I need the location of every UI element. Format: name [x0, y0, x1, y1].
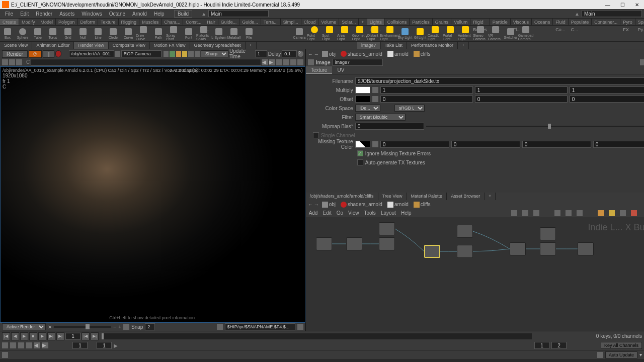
shelf-tab[interactable]: Rigging: [119, 19, 140, 25]
nav-icon[interactable]: ▶: [269, 59, 275, 65]
render-path-input[interactable]: [69, 50, 114, 57]
view-icon[interactable]: [16, 59, 22, 65]
key-all-button[interactable]: Key All Channels: [601, 342, 642, 349]
shelf-tab[interactable]: Create: [0, 19, 19, 25]
node[interactable]: [510, 242, 526, 255]
add-tab-button[interactable]: +: [246, 42, 257, 49]
node-menu-view[interactable]: View: [348, 210, 359, 216]
colorpicker-icon[interactable]: [372, 96, 378, 102]
tool-vrcam[interactable]: VR Camera: [488, 26, 503, 41]
pane-tab[interactable]: Performance Monitor: [407, 42, 458, 49]
play-back-button[interactable]: ▶: [20, 332, 28, 340]
tool-platonic[interactable]: Platonic Solids: [196, 26, 211, 41]
shelf-tab[interactable]: Fluid Co...: [553, 19, 569, 25]
offset-g-input[interactable]: [475, 96, 568, 103]
pane-tab[interactable]: Render View: [74, 42, 108, 49]
shelf-tab[interactable]: Modify: [19, 19, 38, 25]
restart-render-button[interactable]: ⟳: [29, 50, 42, 58]
shelf-tab[interactable]: Rigid Bodies: [470, 19, 490, 25]
missing-swatch[interactable]: [355, 141, 370, 148]
tool-gilight[interactable]: GI Light: [413, 26, 428, 41]
range-start-input[interactable]: [534, 342, 549, 349]
reset-icon[interactable]: [290, 59, 296, 65]
node-path-tab[interactable]: /obj/shaders_arnold/arnold/cliffs: [306, 193, 378, 200]
tool-sphere[interactable]: Sphere: [15, 26, 30, 41]
shelf-tab[interactable]: Particle Fl...: [490, 19, 511, 25]
multiply-swatch[interactable]: [355, 86, 370, 94]
filter-select[interactable]: Smart Bicubic: [355, 114, 406, 121]
camera-input[interactable]: [121, 50, 162, 57]
next-frame-button[interactable]: ▶|: [47, 332, 55, 340]
end-frame-input[interactable]: [97, 342, 112, 349]
tool-null[interactable]: Null: [75, 26, 91, 41]
forward-button[interactable]: →: [314, 202, 319, 207]
tool-pointlight[interactable]: Point Light: [307, 26, 322, 41]
add-tab-button[interactable]: +: [458, 42, 469, 49]
tool-skylight[interactable]: Sky Light: [397, 26, 413, 41]
disk-icon[interactable]: [217, 324, 223, 330]
node-menu-add[interactable]: Add: [309, 210, 318, 216]
node-selected[interactable]: [424, 245, 440, 258]
shelf-tab[interactable]: Simpl...: [281, 19, 301, 25]
shelf-tab[interactable]: Deform: [78, 19, 99, 25]
pane-tab[interactable]: Composite View: [109, 42, 150, 49]
layout-icon[interactable]: [566, 210, 572, 216]
snap-input[interactable]: [145, 323, 155, 330]
dropdown-icon[interactable]: ▾: [639, 352, 642, 357]
desktop-input-2[interactable]: [582, 10, 642, 17]
missing-g-input[interactable]: [451, 141, 520, 148]
pane-tab[interactable]: image7: [357, 42, 381, 49]
nav-icon[interactable]: ◀: [262, 59, 268, 65]
color-icon[interactable]: [609, 210, 615, 216]
pane-tab[interactable]: Geometry Spreadsheet: [190, 42, 246, 49]
prev-key-button[interactable]: |◀: [82, 332, 90, 340]
key-icon[interactable]: [18, 342, 24, 348]
offset-b-input[interactable]: [570, 96, 644, 103]
render-button[interactable]: Render: [2, 50, 28, 58]
gear-icon[interactable]: [640, 59, 644, 65]
minimize-button[interactable]: —: [602, 2, 613, 8]
tool-causticlight[interactable]: Caustic Light: [428, 26, 443, 41]
component-input[interactable]: [31, 59, 261, 66]
nav-icon[interactable]: ▶: [42, 342, 48, 348]
first-frame-button[interactable]: |◀: [2, 332, 10, 340]
shelf-tab[interactable]: Terra...: [261, 19, 281, 25]
node-tab[interactable]: Tree View: [378, 193, 407, 200]
fit-icon[interactable]: [283, 59, 289, 65]
node-menu-tools[interactable]: Tools: [364, 210, 376, 216]
color-icon[interactable]: [598, 210, 604, 216]
node[interactable]: [316, 237, 332, 250]
node-menu-go[interactable]: Go: [337, 210, 343, 216]
pin-icon[interactable]: [182, 51, 187, 57]
menu-arnold[interactable]: Arnold: [129, 11, 150, 17]
bc-arnold[interactable]: arnold: [385, 202, 411, 208]
snapshot-path-input[interactable]: [225, 323, 295, 330]
stop-render-button[interactable]: [55, 50, 61, 57]
tool-arealight[interactable]: Area Light: [337, 26, 352, 41]
bc-shaders[interactable]: shaders_arnold: [339, 51, 384, 57]
menu-render[interactable]: Render: [33, 11, 55, 17]
shelf-tab[interactable]: Collisions: [385, 19, 410, 25]
layout-icon[interactable]: [577, 210, 583, 216]
back-button[interactable]: ←: [308, 202, 313, 207]
shelf-tab[interactable]: Container...: [592, 19, 620, 25]
node-canvas[interactable]: Indie L... X Builder: [306, 217, 644, 331]
multiply-g-input[interactable]: [475, 86, 568, 94]
stop-button[interactable]: ■: [29, 332, 37, 340]
help-icon[interactable]: ?: [298, 51, 303, 57]
mipmap-slider[interactable]: [426, 126, 644, 127]
active-render-select[interactable]: Active Render: [2, 323, 46, 330]
prev-frame-button[interactable]: ◀: [11, 332, 19, 340]
node[interactable]: [457, 245, 473, 258]
shelf-tab[interactable]: Populate C...: [569, 19, 592, 25]
tool-curve[interactable]: Curve: [121, 26, 136, 41]
wand-icon[interactable]: [511, 210, 517, 216]
shelf-tab[interactable]: Polygon: [56, 19, 78, 25]
bc-obj[interactable]: obj: [320, 51, 338, 57]
bc-shaders[interactable]: shaders_arnold: [339, 202, 384, 208]
shelf-tab[interactable]: Texture: [98, 19, 119, 25]
tool-file[interactable]: File: [242, 26, 257, 41]
tab-uv[interactable]: UV: [332, 66, 349, 74]
tool-drawcurve[interactable]: Draw Curve: [136, 26, 151, 41]
shelf-tab[interactable]: Chara...: [162, 19, 183, 25]
